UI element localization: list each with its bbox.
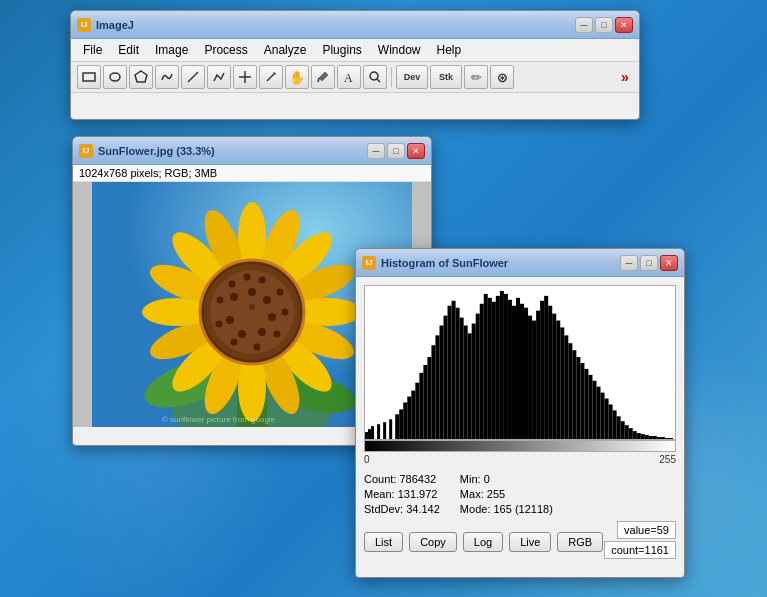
histogram-action-buttons: List Copy Log Live RGB [364,532,603,552]
magnifier-tool[interactable] [363,65,387,89]
menu-analyze[interactable]: Analyze [256,41,315,59]
svg-rect-92 [512,306,516,439]
svg-rect-106 [568,343,572,439]
svg-rect-70 [423,365,427,439]
svg-rect-67 [411,391,415,439]
menu-edit[interactable]: Edit [110,41,147,59]
svg-rect-76 [448,306,452,439]
svg-rect-98 [536,311,540,439]
rgb-button[interactable]: RGB [557,532,603,552]
svg-rect-85 [484,294,488,439]
toolbar-separator-1 [391,67,392,87]
svg-line-7 [318,78,319,82]
zoom-tool[interactable]: ⊛ [490,65,514,89]
stddev-stat: StdDev: 34.142 [364,503,440,515]
svg-rect-119 [621,421,625,439]
svg-rect-61 [383,422,386,439]
histogram-title-bar[interactable]: IJ Histogram of SunFlower ─ □ ✕ [356,249,684,277]
live-button[interactable]: Live [509,532,551,552]
svg-point-46 [282,309,289,316]
svg-rect-88 [496,296,500,439]
svg-rect-57 [365,432,368,439]
svg-rect-113 [596,387,600,439]
svg-rect-109 [580,363,584,439]
svg-rect-127 [653,436,657,439]
histogram-minimize-button[interactable]: ─ [620,255,638,271]
svg-point-35 [210,270,294,354]
menu-window[interactable]: Window [370,41,429,59]
svg-rect-123 [637,433,641,439]
stk-tool[interactable]: Stk [430,65,462,89]
freehand-tool[interactable] [155,65,179,89]
histogram-close-button[interactable]: ✕ [660,255,678,271]
toolbar-arrow-right[interactable]: » [617,65,633,89]
imagej-main-window: IJ ImageJ ─ □ ✕ File Edit Image Process … [70,10,640,120]
svg-point-39 [258,328,266,336]
brush-tool[interactable]: ✏ [464,65,488,89]
hand-tool[interactable]: ✋ [285,65,309,89]
svg-point-44 [259,277,266,284]
text-tool[interactable]: A [337,65,361,89]
imagej-title-bar[interactable]: IJ ImageJ ─ □ ✕ [71,11,639,39]
rectangle-tool[interactable] [77,65,101,89]
svg-rect-66 [407,397,411,439]
sunflower-minimize-button[interactable]: ─ [367,143,385,159]
svg-rect-93 [516,298,520,439]
svg-text:A: A [344,71,353,84]
menu-file[interactable]: File [75,41,110,59]
crosshair-tool[interactable] [233,65,257,89]
svg-rect-63 [395,414,399,439]
histogram-content-area: 0 255 Count: 786432 Mean: 131.972 StdDev… [356,277,684,567]
dev-tool[interactable]: Dev [396,65,428,89]
oval-tool[interactable] [103,65,127,89]
sunflower-title: SunFlower.jpg (33.3%) [98,145,367,157]
svg-point-52 [229,281,236,288]
wand-tool[interactable] [259,65,283,89]
svg-rect-72 [431,345,435,439]
histogram-icon: IJ [362,256,376,270]
copy-button[interactable]: Copy [409,532,457,552]
svg-rect-60 [377,424,380,439]
svg-rect-90 [504,294,508,439]
svg-rect-91 [508,300,512,439]
dropper-tool[interactable] [311,65,335,89]
svg-rect-105 [564,335,568,439]
svg-rect-78 [456,308,460,439]
menu-image[interactable]: Image [147,41,196,59]
menu-plugins[interactable]: Plugins [314,41,369,59]
log-button[interactable]: Log [463,532,503,552]
list-button[interactable]: List [364,532,403,552]
svg-point-42 [230,293,238,301]
svg-marker-2 [135,71,147,82]
imagej-minimize-button[interactable]: ─ [575,17,593,33]
sunflower-maximize-button[interactable]: □ [387,143,405,159]
svg-point-1 [110,73,120,81]
menu-process[interactable]: Process [196,41,255,59]
svg-rect-77 [452,301,456,439]
imagej-maximize-button[interactable]: □ [595,17,613,33]
svg-rect-104 [560,327,564,439]
imagej-icon: IJ [77,18,91,32]
sunflower-close-button[interactable]: ✕ [407,143,425,159]
svg-point-47 [274,331,281,338]
sunflower-title-bar[interactable]: IJ SunFlower.jpg (33.3%) ─ □ ✕ [73,137,431,165]
polygon-tool[interactable] [129,65,153,89]
line-tool[interactable] [181,65,205,89]
svg-point-40 [238,330,246,338]
svg-point-45 [277,289,284,296]
menu-help[interactable]: Help [429,41,470,59]
svg-rect-118 [617,416,621,439]
svg-point-48 [254,344,261,351]
imagej-close-button[interactable]: ✕ [615,17,633,33]
histogram-maximize-button[interactable]: □ [640,255,658,271]
svg-point-38 [268,313,276,321]
svg-point-9 [370,72,378,80]
svg-point-51 [217,297,224,304]
max-stat: Max: 255 [460,488,553,500]
stats-right-col: Min: 0 Max: 255 Mode: 165 (12118) [460,473,553,515]
svg-rect-102 [552,314,556,439]
segmented-tool[interactable] [207,65,231,89]
min-stat: Min: 0 [460,473,553,485]
svg-rect-87 [492,302,496,439]
svg-rect-116 [609,404,613,439]
